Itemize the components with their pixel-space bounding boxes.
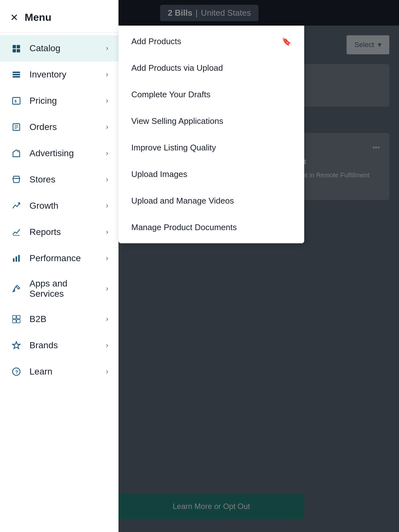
brands-icon xyxy=(10,339,22,351)
bookmark-icon: 🔖 xyxy=(282,37,291,46)
growth-icon xyxy=(10,200,22,212)
growth-chevron: › xyxy=(106,202,108,210)
sidebar-item-performance[interactable]: Performance › xyxy=(0,245,118,271)
advertising-icon xyxy=(10,147,22,159)
stores-chevron: › xyxy=(106,175,108,184)
close-icon[interactable]: ✕ xyxy=(10,13,18,22)
sidebar-item-stores[interactable]: Stores › xyxy=(0,166,118,193)
apps-services-label: Apps and Services xyxy=(29,278,99,299)
submenu-item-upload-images[interactable]: Upload Images xyxy=(118,161,304,188)
submenu-item-complete-drafts[interactable]: Complete Your Drafts xyxy=(118,81,304,108)
growth-label: Growth xyxy=(29,201,99,211)
pricing-label: Pricing xyxy=(29,96,99,106)
svg-rect-6 xyxy=(12,76,20,78)
apps-services-icon xyxy=(10,283,22,295)
sidebar-item-brands[interactable]: Brands › xyxy=(0,332,118,359)
improve-listing-label: Improve Listing Quality xyxy=(131,143,291,153)
svg-text:$: $ xyxy=(14,99,17,103)
advertising-label: Advertising xyxy=(29,148,99,158)
sidebar-item-growth[interactable]: Growth › xyxy=(0,193,118,219)
sidebar-item-learn[interactable]: ? Learn › xyxy=(0,359,118,385)
submenu-item-add-products-upload[interactable]: Add Products via Upload xyxy=(118,55,304,81)
inventory-icon xyxy=(10,69,22,81)
performance-chevron: › xyxy=(106,254,108,262)
submenu-item-add-products[interactable]: Add Products 🔖 xyxy=(118,28,304,55)
inventory-chevron: › xyxy=(106,70,108,79)
b2b-label: B2B xyxy=(29,314,99,324)
stores-label: Stores xyxy=(29,174,99,185)
upload-images-label: Upload Images xyxy=(131,169,291,179)
add-products-upload-label: Add Products via Upload xyxy=(131,63,291,73)
catalog-icon xyxy=(10,42,22,54)
submenu-item-upload-videos[interactable]: Upload and Manage Videos xyxy=(118,188,304,214)
orders-label: Orders xyxy=(29,122,99,132)
catalog-chevron: › xyxy=(106,44,108,52)
svg-rect-1 xyxy=(17,45,20,49)
svg-rect-0 xyxy=(12,45,16,49)
svg-rect-20 xyxy=(12,319,16,323)
submenu-item-view-selling-apps[interactable]: View Selling Applications xyxy=(118,108,304,134)
sidebar-item-orders[interactable]: Orders › xyxy=(0,114,118,140)
performance-label: Performance xyxy=(29,253,99,263)
svg-rect-21 xyxy=(17,319,20,323)
reports-label: Reports xyxy=(29,227,99,237)
svg-rect-16 xyxy=(16,256,17,262)
menu-title: Menu xyxy=(25,12,52,23)
add-products-label: Add Products xyxy=(131,36,275,46)
upload-videos-label: Upload and Manage Videos xyxy=(131,196,291,206)
submenu-item-improve-listing[interactable]: Improve Listing Quality xyxy=(118,134,304,161)
svg-rect-17 xyxy=(18,255,20,262)
sidebar-nav: Catalog › Inventory › $ Pric xyxy=(0,33,118,532)
learn-icon: ? xyxy=(10,366,22,378)
submenu-item-manage-documents[interactable]: Manage Product Documents xyxy=(118,214,304,241)
sidebar-item-apps-services[interactable]: Apps and Services › xyxy=(0,271,118,306)
b2b-icon xyxy=(10,313,22,325)
brands-label: Brands xyxy=(29,340,99,351)
performance-icon xyxy=(10,252,22,264)
svg-rect-4 xyxy=(12,72,20,73)
inventory-label: Inventory xyxy=(29,69,99,80)
learn-label: Learn xyxy=(29,367,99,377)
sidebar-item-reports[interactable]: Reports › xyxy=(0,219,118,245)
sidebar-item-catalog[interactable]: Catalog › xyxy=(0,35,118,61)
orders-icon xyxy=(10,121,22,133)
svg-rect-5 xyxy=(12,74,20,76)
complete-drafts-label: Complete Your Drafts xyxy=(131,90,291,100)
svg-rect-19 xyxy=(17,315,20,319)
svg-text:?: ? xyxy=(15,369,18,375)
sidebar-item-pricing[interactable]: $ Pricing › xyxy=(0,88,118,114)
stores-icon xyxy=(10,173,22,186)
view-selling-apps-label: View Selling Applications xyxy=(131,116,291,126)
sidebar: ✕ Menu Catalog › xyxy=(0,0,118,532)
svg-rect-3 xyxy=(17,49,20,52)
pricing-icon: $ xyxy=(10,95,22,107)
learn-chevron: › xyxy=(106,367,108,376)
reports-icon xyxy=(10,226,22,238)
svg-rect-2 xyxy=(12,49,16,52)
brands-chevron: › xyxy=(106,341,108,350)
sidebar-item-advertising[interactable]: Advertising › xyxy=(0,140,118,166)
sidebar-header: ✕ Menu xyxy=(0,0,118,33)
catalog-label: Catalog xyxy=(29,43,99,53)
sidebar-item-b2b[interactable]: B2B › xyxy=(0,306,118,332)
apps-services-chevron: › xyxy=(106,285,108,293)
manage-documents-label: Manage Product Documents xyxy=(131,222,291,232)
pricing-chevron: › xyxy=(106,97,108,105)
b2b-chevron: › xyxy=(106,315,108,323)
svg-rect-15 xyxy=(13,258,15,262)
svg-rect-18 xyxy=(12,315,16,319)
catalog-submenu: Add Products 🔖 Add Products via Upload C… xyxy=(118,26,304,243)
advertising-chevron: › xyxy=(106,149,108,157)
reports-chevron: › xyxy=(106,228,108,236)
orders-chevron: › xyxy=(106,123,108,131)
sidebar-item-inventory[interactable]: Inventory › xyxy=(0,61,118,88)
